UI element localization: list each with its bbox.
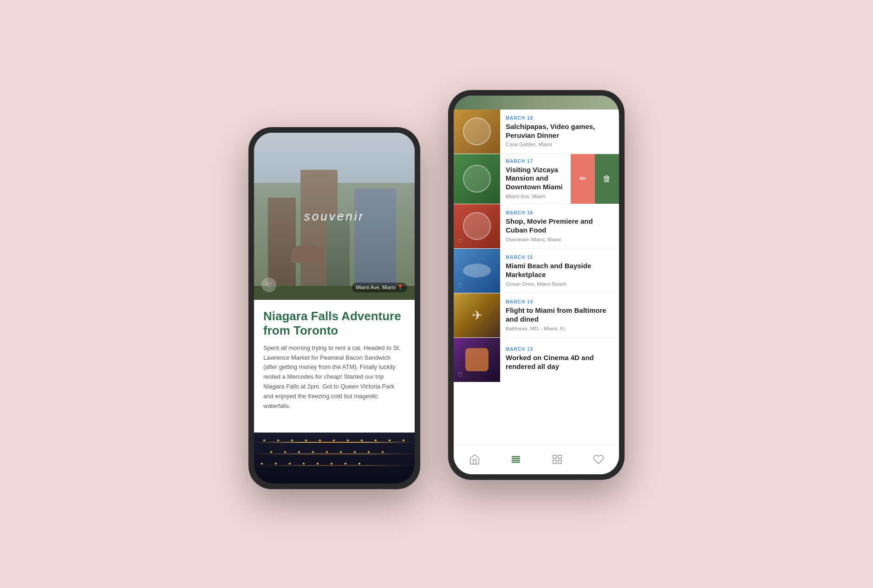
- app-logo: souvenir: [304, 209, 365, 223]
- plane-icon: ✈: [472, 308, 482, 323]
- delete-icon: 🗑: [603, 174, 611, 184]
- list-item[interactable]: MARCH 18 Salchipapas, Video games, Peruv…: [454, 110, 619, 154]
- hero-heart-button[interactable]: ♡: [261, 278, 276, 292]
- journal-list: MARCH 18 Salchipapas, Video games, Peruv…: [454, 110, 619, 445]
- item-date: MARCH 16: [506, 210, 613, 215]
- item-thumbnail: [454, 154, 500, 204]
- item-date: MARCH 14: [506, 299, 613, 304]
- item-details: MARCH 15 Miami Beach and Bayside Marketp…: [500, 249, 619, 293]
- bottom-night-image: [254, 433, 415, 484]
- list-item[interactable]: ♡ MARCH 16 Shop, Movie Premiere and Cuba…: [454, 204, 619, 249]
- top-road-image: [454, 96, 619, 110]
- home-icon: [469, 454, 480, 465]
- item-location: Ocean Drive, Miami Beach: [506, 281, 613, 287]
- list-item-swiped[interactable]: MARCH 17 Visiting Vizcaya Mansion and Do…: [454, 154, 619, 204]
- item-title: Worked on Cinema 4D and rendered all day: [506, 354, 613, 371]
- heart-icon: [593, 454, 604, 465]
- item-details: MARCH 18 Salchipapas, Video games, Peruv…: [500, 110, 619, 154]
- article-body: Spent all morning trying to rent a car. …: [263, 343, 405, 411]
- svg-rect-5: [558, 455, 561, 459]
- location-text: Miami Ave, Miami: [356, 284, 396, 290]
- item-date: MARCH 15: [506, 255, 613, 260]
- item-heart-icon: ♡: [457, 238, 463, 245]
- item-heart-icon: ♡: [457, 371, 463, 378]
- delete-button[interactable]: 🗑: [595, 154, 619, 204]
- tab-grid[interactable]: [547, 449, 567, 470]
- mansion-decoration: [463, 165, 491, 193]
- item-location: Baltimore, MD – Miami, FL: [506, 326, 613, 331]
- location-pin-icon: 📍: [397, 284, 404, 291]
- item-details: MARCH 14 Flight to Miami from Baltimore …: [500, 293, 619, 337]
- svg-rect-6: [553, 460, 556, 464]
- edit-icon: ✏: [580, 174, 586, 184]
- cinema-decoration: [465, 348, 489, 371]
- right-phone-inner: MARCH 18 Salchipapas, Video games, Peruv…: [454, 96, 619, 474]
- hero-location-badge: Miami Ave, Miami 📍: [352, 283, 407, 292]
- right-phone: MARCH 18 Salchipapas, Video games, Peruv…: [448, 90, 625, 480]
- item-location: Miami Ave, Miami: [506, 194, 565, 199]
- edit-button[interactable]: ✏: [571, 154, 595, 204]
- item-location: Downtown Miami, Miami: [506, 237, 613, 242]
- food-decoration: [463, 212, 491, 240]
- beach-decoration: [463, 264, 491, 278]
- night-lights: [254, 433, 415, 484]
- list-item[interactable]: ♡ MARCH 15 Miami Beach and Bayside Marke…: [454, 249, 619, 293]
- svg-rect-7: [558, 460, 561, 464]
- item-thumbnail: ♡: [454, 249, 500, 293]
- tab-list[interactable]: [506, 449, 526, 470]
- item-date: MARCH 13: [506, 347, 613, 352]
- tab-favorites[interactable]: [588, 449, 609, 470]
- scene: souvenir ♡ Miami Ave, Miami 📍 Niagara Fa…: [248, 99, 625, 489]
- list-item[interactable]: ♡ MARCH 13 Worked on Cinema 4D and rende…: [454, 338, 619, 382]
- grid-icon: [552, 454, 563, 465]
- item-thumbnail: ♡: [454, 204, 500, 248]
- food-decoration: [463, 117, 491, 145]
- item-title: Salchipapas, Video games, Peruvian Dinne…: [506, 123, 613, 140]
- list-item[interactable]: ✈ MARCH 14 Flight to Miami from Baltimor…: [454, 293, 619, 338]
- item-title: Shop, Movie Premiere and Cuban Food: [506, 217, 613, 235]
- item-date: MARCH 18: [506, 116, 613, 121]
- left-hero-image: souvenir ♡ Miami Ave, Miami 📍: [254, 133, 415, 300]
- item-details: MARCH 13 Worked on Cinema 4D and rendere…: [500, 338, 619, 382]
- svg-rect-4: [553, 455, 556, 459]
- item-title: Flight to Miami from Baltimore and dined: [506, 306, 613, 324]
- item-thumbnail: ✈: [454, 293, 500, 337]
- item-details: MARCH 16 Shop, Movie Premiere and Cuban …: [500, 204, 619, 248]
- tab-bar: [454, 445, 619, 474]
- item-date: MARCH 17: [506, 159, 565, 164]
- item-title: Miami Beach and Bayside Marketplace: [506, 262, 613, 279]
- item-title: Visiting Vizcaya Mansion and Downtown Mi…: [506, 166, 565, 192]
- article-title: Niagara Falls Adventure from Toronto: [263, 309, 405, 338]
- article-content: Niagara Falls Adventure from Toronto Spe…: [254, 300, 415, 433]
- item-heart-icon: ♡: [457, 282, 463, 289]
- left-phone-inner: souvenir ♡ Miami Ave, Miami 📍 Niagara Fa…: [254, 133, 415, 484]
- item-thumbnail: [454, 110, 500, 154]
- list-icon: [510, 454, 521, 465]
- swipe-action-buttons: ✏ 🗑: [571, 154, 619, 204]
- left-phone: souvenir ♡ Miami Ave, Miami 📍 Niagara Fa…: [248, 127, 420, 489]
- item-location: Coral Gables, Miami: [506, 142, 613, 147]
- item-details: MARCH 17 Visiting Vizcaya Mansion and Do…: [500, 154, 571, 204]
- item-thumbnail: ♡: [454, 338, 500, 382]
- tab-home[interactable]: [464, 449, 485, 470]
